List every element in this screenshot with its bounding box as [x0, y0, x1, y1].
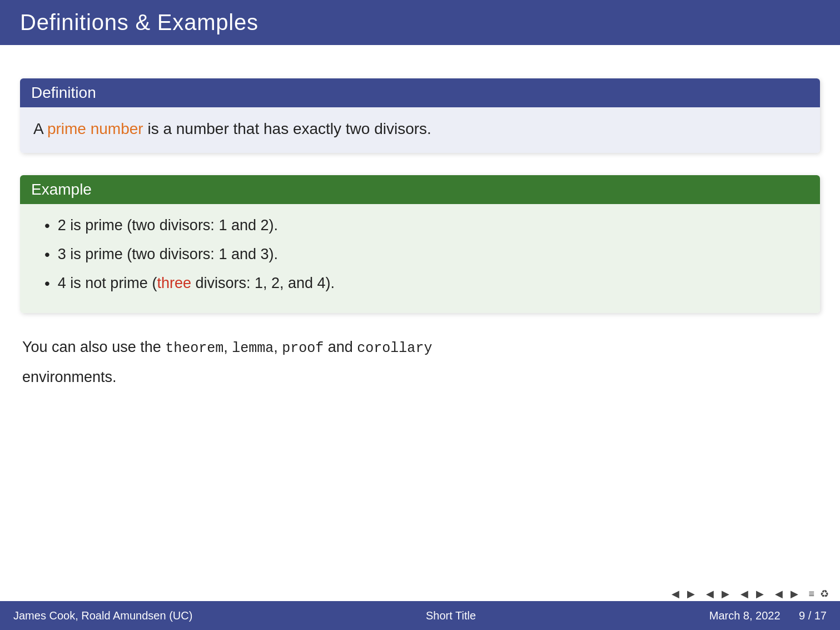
paragraph-mid1: , [223, 339, 232, 355]
paragraph-prefix: You can also use the [22, 339, 165, 355]
example-item-1: 2 is prime (two divisors: 1 and 2). [58, 214, 278, 237]
list-item: • 2 is prime (two divisors: 1 and 2). [44, 214, 807, 237]
monospace-theorem: theorem [165, 340, 223, 356]
nav-left-arrow-4[interactable]: ◀ [773, 587, 785, 601]
page-title: Definitions & Examples [20, 10, 259, 34]
nav-left-arrow-1[interactable]: ◀ [669, 587, 682, 601]
monospace-corollary: corollary [357, 340, 432, 356]
nav-left-arrow-2[interactable]: ◀ [704, 587, 716, 601]
example-body: • 2 is prime (two divisors: 1 and 2). • … [20, 204, 820, 313]
example-header: Example [20, 175, 820, 204]
example-item-3: 4 is not prime (three divisors: 1, 2, an… [58, 272, 335, 295]
paragraph-mid3: and [324, 339, 357, 355]
list-item: • 3 is prime (two divisors: 1 and 3). [44, 243, 807, 266]
main-content: Definition A prime number is a number th… [0, 45, 840, 389]
definition-label: Definition [31, 84, 96, 101]
bullet-icon: • [44, 243, 50, 266]
footer-date: March 8, 2022 [709, 609, 781, 622]
list-item: • 4 is not prime (three divisors: 1, 2, … [44, 272, 807, 295]
definition-header: Definition [20, 78, 820, 107]
footer-date-page: March 8, 2022 9 / 17 [709, 609, 827, 622]
paragraph: You can also use the theorem, lemma, pro… [20, 335, 820, 360]
nav-right-arrow-1[interactable]: ▶ [685, 587, 697, 601]
nav-right-arrow-4[interactable]: ▶ [788, 587, 801, 601]
definition-suffix: is a number that has exactly two divisor… [143, 120, 431, 137]
bullet-icon: • [44, 272, 50, 295]
example-label: Example [31, 181, 92, 198]
footer-author: James Cook, Roald Amundsen (UC) [13, 609, 192, 622]
nav-left-arrow-3[interactable]: ◀ [738, 587, 750, 601]
nav-menu-icon[interactable]: ≡ [808, 588, 814, 600]
example-item-2: 3 is prime (two divisors: 1 and 3). [58, 243, 278, 266]
monospace-proof: proof [282, 340, 324, 356]
example-highlight-three: three [157, 275, 191, 291]
definition-block: Definition A prime number is a number th… [20, 78, 820, 153]
bullet-icon: • [44, 214, 50, 237]
footer-page: 9 / 17 [799, 609, 827, 622]
nav-bar: ◀ ▶ ◀ ▶ ◀ ▶ ◀ ▶ ≡ ♻ [669, 587, 829, 601]
nav-right-arrow-2[interactable]: ▶ [719, 587, 732, 601]
definition-text: A prime number is a number that has exac… [33, 120, 431, 137]
nav-recycle-icon[interactable]: ♻ [820, 588, 829, 600]
definition-highlight: prime number [47, 120, 143, 137]
footer: James Cook, Roald Amundsen (UC) Short Ti… [0, 601, 840, 630]
definition-body: A prime number is a number that has exac… [20, 107, 820, 153]
definition-prefix: A [33, 120, 47, 137]
paragraph-line2: environments. [20, 365, 820, 389]
nav-right-arrow-3[interactable]: ▶ [754, 587, 766, 601]
paragraph-environments: environments. [22, 369, 117, 385]
header-bar: Definitions & Examples [0, 0, 840, 45]
example-block: Example • 2 is prime (two divisors: 1 an… [20, 175, 820, 313]
footer-title: Short Title [192, 609, 709, 622]
monospace-lemma: lemma [232, 340, 274, 356]
paragraph-mid2: , [274, 339, 282, 355]
